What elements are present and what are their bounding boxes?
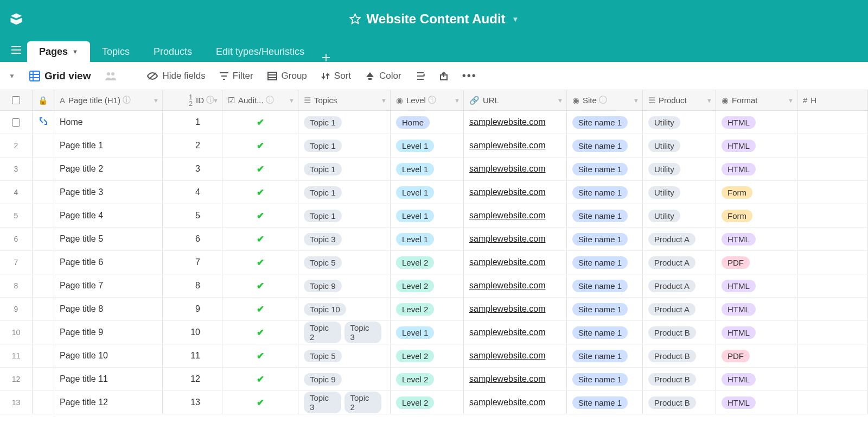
cell-topics[interactable]: Topic 5: [298, 344, 391, 367]
share-view-icon[interactable]: [439, 72, 448, 80]
cell-product[interactable]: Product B: [643, 368, 716, 390]
row-height-icon[interactable]: [416, 72, 425, 80]
expand-record[interactable]: [33, 368, 54, 390]
cell-page-title[interactable]: Page title 11: [54, 368, 163, 390]
cell-page-title[interactable]: Page title 4: [54, 204, 163, 227]
expand-record[interactable]: [33, 134, 54, 157]
cell-site[interactable]: Site name 1: [567, 274, 643, 297]
cell-level[interactable]: Level 2: [391, 391, 464, 414]
cell-level[interactable]: Home: [391, 111, 464, 134]
cell-page-title[interactable]: Page title 10: [54, 344, 163, 367]
cell-partial[interactable]: [797, 228, 868, 250]
column-product[interactable]: ☰ Product ▼: [643, 90, 716, 110]
cell-format[interactable]: HTML: [716, 134, 797, 157]
tab-edit-types-heuristics[interactable]: Edit types/Heuristics: [204, 41, 316, 62]
expand-record[interactable]: [33, 158, 54, 180]
color-button[interactable]: Color: [365, 71, 401, 81]
row-selector[interactable]: [0, 111, 33, 134]
column-dropdown-icon[interactable]: ▼: [557, 97, 563, 104]
cell-partial[interactable]: [797, 134, 868, 157]
cell-audit[interactable]: ✔: [222, 228, 298, 250]
cell-id[interactable]: 7: [163, 251, 222, 274]
cell-product[interactable]: Utility: [643, 181, 716, 204]
tab-pages[interactable]: Pages▼: [27, 41, 90, 62]
cell-page-title[interactable]: Page title 5: [54, 228, 163, 250]
cell-format[interactable]: Form: [716, 181, 797, 204]
cell-page-title[interactable]: Page title 9: [54, 321, 163, 344]
cell-site[interactable]: Site name 1: [567, 181, 643, 204]
cell-partial[interactable]: [797, 111, 868, 134]
cell-product[interactable]: Product A: [643, 298, 716, 320]
column-audit[interactable]: ☑ Audit... ⓘ ▼: [222, 90, 298, 110]
url-link[interactable]: samplewebsite.com: [469, 211, 546, 220]
cell-id[interactable]: 11: [163, 344, 222, 367]
cell-page-title[interactable]: Page title 7: [54, 274, 163, 297]
column-url[interactable]: 🔗 URL ▼: [464, 90, 567, 110]
cell-id[interactable]: 6: [163, 228, 222, 250]
cell-format[interactable]: Form: [716, 204, 797, 227]
row-selector[interactable]: 4: [0, 181, 33, 204]
column-site[interactable]: ◉ Site ⓘ ▼: [567, 90, 643, 110]
column-partial[interactable]: # H: [797, 90, 868, 110]
cell-format[interactable]: HTML: [716, 228, 797, 250]
cell-url[interactable]: samplewebsite.com: [464, 298, 567, 320]
cell-level[interactable]: Level 2: [391, 344, 464, 367]
cell-partial[interactable]: [797, 181, 868, 204]
app-logo-icon[interactable]: [0, 11, 33, 27]
url-link[interactable]: samplewebsite.com: [469, 351, 546, 361]
cell-topics[interactable]: Topic 5: [298, 251, 391, 274]
cell-format[interactable]: HTML: [716, 274, 797, 297]
url-link[interactable]: samplewebsite.com: [469, 398, 546, 407]
table-row[interactable]: Home1✔Topic 1Homesamplewebsite.comSite n…: [0, 111, 868, 134]
cell-topics[interactable]: Topic 3Topic 2: [298, 391, 391, 414]
table-row[interactable]: 4Page title 34✔Topic 1Level 1samplewebsi…: [0, 181, 868, 204]
column-format[interactable]: ◉ Format ▼: [716, 90, 797, 110]
cell-site[interactable]: Site name 1: [567, 391, 643, 414]
column-id[interactable]: 12 ID ⓘ ▼: [163, 90, 222, 110]
cell-level[interactable]: Level 2: [391, 251, 464, 274]
cell-page-title[interactable]: Page title 6: [54, 251, 163, 274]
expand-record[interactable]: [33, 228, 54, 250]
cell-audit[interactable]: ✔: [222, 368, 298, 390]
cell-format[interactable]: PDF: [716, 251, 797, 274]
cell-partial[interactable]: [797, 251, 868, 274]
cell-id[interactable]: 4: [163, 181, 222, 204]
cell-product[interactable]: Utility: [643, 158, 716, 180]
cell-product[interactable]: Product A: [643, 228, 716, 250]
cell-audit[interactable]: ✔: [222, 391, 298, 414]
base-title-dropdown-icon[interactable]: ▼: [512, 15, 519, 23]
cell-url[interactable]: samplewebsite.com: [464, 228, 567, 250]
cell-topics[interactable]: Topic 1: [298, 158, 391, 180]
cell-id[interactable]: 5: [163, 204, 222, 227]
cell-audit[interactable]: ✔: [222, 344, 298, 367]
cell-topics[interactable]: Topic 3: [298, 228, 391, 250]
expand-record[interactable]: [33, 111, 54, 134]
column-dropdown-icon[interactable]: ▼: [454, 97, 460, 104]
cell-url[interactable]: samplewebsite.com: [464, 368, 567, 390]
row-selector[interactable]: 10: [0, 321, 33, 344]
url-link[interactable]: samplewebsite.com: [469, 304, 546, 314]
cell-url[interactable]: samplewebsite.com: [464, 321, 567, 344]
cell-topics[interactable]: Topic 2Topic 3: [298, 321, 391, 344]
cell-partial[interactable]: [797, 158, 868, 180]
cell-topics[interactable]: Topic 9: [298, 368, 391, 390]
expand-icon[interactable]: [39, 117, 48, 128]
cell-page-title[interactable]: Page title 1: [54, 134, 163, 157]
cell-id[interactable]: 9: [163, 298, 222, 320]
cell-level[interactable]: Level 2: [391, 368, 464, 390]
menu-icon[interactable]: [5, 38, 27, 62]
cell-site[interactable]: Site name 1: [567, 344, 643, 367]
cell-page-title[interactable]: Page title 12: [54, 391, 163, 414]
cell-partial[interactable]: [797, 204, 868, 227]
cell-product[interactable]: Product B: [643, 391, 716, 414]
cell-partial[interactable]: [797, 274, 868, 297]
cell-id[interactable]: 3: [163, 158, 222, 180]
group-button[interactable]: Group: [267, 71, 307, 81]
row-selector[interactable]: 11: [0, 344, 33, 367]
url-link[interactable]: samplewebsite.com: [469, 327, 546, 337]
expand-record[interactable]: [33, 181, 54, 204]
url-link[interactable]: samplewebsite.com: [469, 374, 546, 384]
cell-page-title[interactable]: Page title 3: [54, 181, 163, 204]
cell-page-title[interactable]: Page title 8: [54, 298, 163, 320]
cell-url[interactable]: samplewebsite.com: [464, 134, 567, 157]
